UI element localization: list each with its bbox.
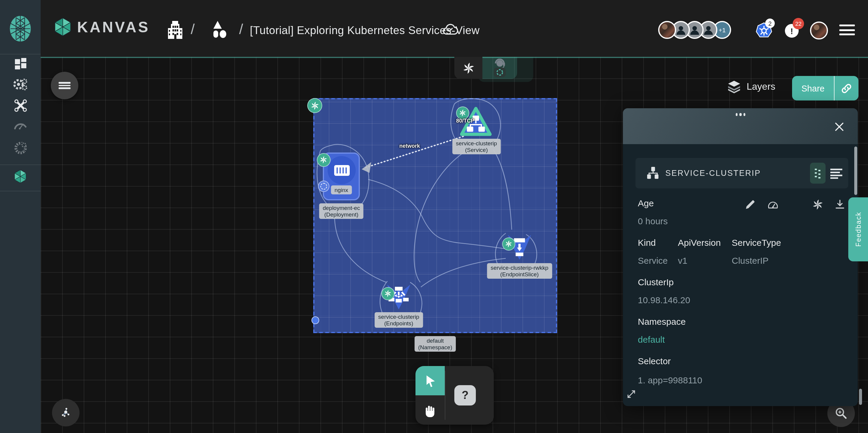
- download-icon[interactable]: [835, 199, 845, 210]
- sidebar-item-configuration[interactable]: [0, 99, 41, 112]
- deployment-icon: [328, 156, 356, 184]
- details-panel: SERVICE-CLUSTERIP: [623, 108, 858, 406]
- sidebar-item-dashboard[interactable]: [0, 57, 41, 70]
- apiversion-label: ApiVersion: [678, 237, 721, 248]
- provider-logo[interactable]: [9, 16, 32, 42]
- brand[interactable]: KANVAS: [54, 18, 150, 36]
- selection-handle[interactable]: [311, 316, 319, 324]
- gauge-icon: [13, 118, 28, 131]
- breadcrumb-separator: /: [191, 21, 194, 38]
- network-edge: [366, 136, 463, 168]
- endpoints-status-badge[interactable]: [381, 287, 395, 300]
- list-icon: [830, 168, 842, 179]
- toolbar-divider: [445, 371, 445, 420]
- organization-icon[interactable]: [168, 21, 182, 39]
- resize-icon[interactable]: [626, 389, 636, 399]
- designs-icon[interactable]: [212, 21, 228, 39]
- kanvas-icon: [14, 170, 27, 183]
- pinwheel-icon: [384, 289, 392, 297]
- view-toggle-list[interactable]: [829, 166, 843, 181]
- gears-icon: [13, 78, 28, 91]
- deployment-status-badge[interactable]: [317, 153, 331, 167]
- canvas-help-button[interactable]: ?: [454, 385, 476, 405]
- endpoints-label: service-clusterip(Endpoints): [374, 312, 423, 328]
- drag-handle-icon[interactable]: [736, 113, 745, 116]
- resource-title: SERVICE-CLUSTERIP: [665, 169, 761, 178]
- service-label: service-clusterip(Service): [452, 139, 500, 154]
- graph-icon: [59, 406, 72, 419]
- hand-icon: [423, 403, 437, 417]
- edit-icon[interactable]: [745, 199, 755, 210]
- kubernetes-count-badge: 2: [765, 19, 775, 28]
- deployment-label: deployment-ec(Deployment): [319, 203, 364, 219]
- pinwheel-icon: [310, 101, 319, 110]
- collaborator-avatar[interactable]: [658, 21, 676, 39]
- notifications-count-badge: 22: [793, 18, 804, 29]
- namespace-status-badge[interactable]: [307, 98, 322, 113]
- pan-tool-button[interactable]: [415, 395, 445, 425]
- deployment-sub-badge[interactable]: [318, 181, 330, 192]
- namespace-label: default(Namespace): [414, 336, 456, 352]
- link-icon: [840, 82, 852, 94]
- page-scrollbar[interactable]: [859, 389, 862, 405]
- relationships-button[interactable]: [52, 399, 80, 426]
- servicetype-label: ServiceType: [732, 237, 781, 248]
- panel-header[interactable]: [623, 108, 858, 144]
- endpointslice-label: service-clusterip-rwkkp(EndpointSlice): [487, 263, 552, 279]
- pinwheel-icon: [459, 109, 467, 117]
- close-icon[interactable]: [834, 121, 845, 132]
- selector-value: 1. app=9988110: [638, 375, 703, 385]
- kanvas-app: Layers Share: [0, 0, 868, 433]
- tools-icon: [13, 99, 27, 112]
- performance-gauge-icon[interactable]: [768, 199, 778, 210]
- dashboard-icon: [14, 57, 27, 70]
- breadcrumb-separator: /: [239, 21, 243, 38]
- sidebar-item-lifecycle[interactable]: [0, 78, 41, 91]
- layers-label: Layers: [747, 81, 775, 92]
- user-avatar[interactable]: [810, 22, 828, 39]
- share-button[interactable]: Share: [792, 76, 859, 100]
- namespace-label: Namespace: [638, 316, 686, 326]
- zoom-in-icon: [835, 407, 848, 420]
- cursor-icon: [423, 374, 437, 388]
- clusterip-label: ClusterIp: [638, 277, 674, 287]
- menu-icon: [59, 81, 70, 90]
- compact-list-icon: [814, 168, 822, 178]
- app-menu-button[interactable]: [839, 25, 855, 38]
- meshery-operator-icon[interactable]: [812, 199, 824, 210]
- share-label[interactable]: Share: [792, 76, 834, 100]
- feedback-label: Feedback: [855, 212, 862, 247]
- mesh-icon: [13, 141, 27, 155]
- age-label: Age: [638, 198, 654, 208]
- edge-arrowhead: [362, 162, 371, 173]
- feedback-tab[interactable]: Feedback: [848, 197, 868, 261]
- kubernetes-context-button[interactable]: 2: [755, 22, 773, 40]
- kind-label: Kind: [638, 237, 656, 248]
- canvas-menu-button[interactable]: [51, 72, 78, 99]
- selector-label: Selector: [638, 356, 671, 366]
- service-port-label: 80/TCP: [456, 118, 474, 124]
- clusterip-value: 10.98.146.20: [638, 295, 690, 305]
- servicetype-value: ClusterIP: [732, 255, 769, 265]
- pinwheel-icon: [319, 156, 328, 165]
- layers-icon: [727, 80, 741, 94]
- sidebar-item-kanvas[interactable]: [0, 170, 41, 183]
- view-toggle-compact[interactable]: [810, 163, 826, 183]
- kanvas-logo-icon: [54, 18, 72, 36]
- brand-wordmark: KANVAS: [77, 18, 150, 36]
- sidebar-item-performance[interactable]: [0, 118, 41, 131]
- notifications-button[interactable]: ! 22: [785, 24, 799, 38]
- panel-scrollbar[interactable]: [854, 147, 857, 195]
- container-chip[interactable]: nginx: [331, 185, 351, 194]
- sidebar-item-mesh[interactable]: [0, 141, 41, 155]
- cloud-saved-icon: [442, 23, 458, 36]
- copy-link-button[interactable]: [835, 76, 859, 100]
- namespace-value[interactable]: default: [638, 334, 665, 345]
- kind-value: Service: [638, 255, 668, 265]
- endpointslice-status-badge[interactable]: [502, 237, 515, 251]
- age-value: 0 hours: [638, 216, 668, 226]
- resource-section-header[interactable]: SERVICE-CLUSTERIP: [636, 158, 848, 189]
- hierarchy-icon: [646, 167, 659, 179]
- select-tool-button[interactable]: [415, 366, 445, 395]
- layers-control[interactable]: Layers: [727, 80, 775, 94]
